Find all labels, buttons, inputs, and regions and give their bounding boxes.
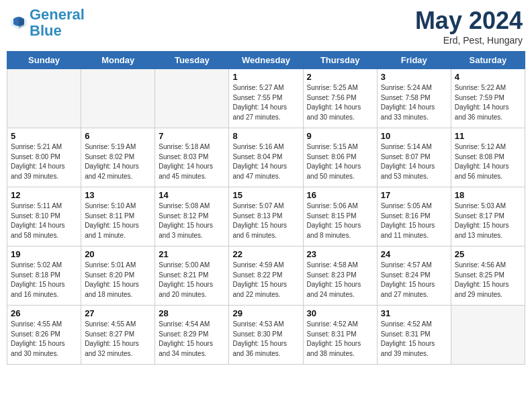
calendar-cell [7,69,81,128]
day-number: 20 [85,249,151,259]
cell-info: Sunrise: 5:18 AM Sunset: 8:03 PM Dayligh… [159,142,225,181]
calendar-table: SundayMondayTuesdayWednesdayThursdayFrid… [7,51,525,365]
calendar-cell: 30Sunrise: 4:52 AM Sunset: 8:31 PM Dayli… [303,306,377,365]
day-number: 22 [232,249,299,259]
day-number: 5 [11,131,77,141]
week-row-4: 19Sunrise: 5:02 AM Sunset: 8:18 PM Dayli… [7,246,525,306]
calendar-cell: 15Sunrise: 5:07 AM Sunset: 8:13 PM Dayli… [229,187,303,246]
logo-text: General Blue [30,7,85,39]
logo-line1: General [30,6,85,23]
day-number: 12 [11,190,77,200]
calendar-cell: 5Sunrise: 5:21 AM Sunset: 8:00 PM Daylig… [7,128,81,187]
calendar-cell: 12Sunrise: 5:11 AM Sunset: 8:10 PM Dayli… [7,187,81,246]
calendar-cell [155,69,229,128]
logo: General Blue [9,7,85,39]
cell-info: Sunrise: 4:59 AM Sunset: 8:22 PM Dayligh… [232,261,299,300]
cell-info: Sunrise: 5:10 AM Sunset: 8:11 PM Dayligh… [85,201,151,240]
cell-info: Sunrise: 5:02 AM Sunset: 8:18 PM Dayligh… [11,261,77,300]
cell-info: Sunrise: 5:15 AM Sunset: 8:06 PM Dayligh… [307,142,373,181]
calendar-cell: 11Sunrise: 5:12 AM Sunset: 8:08 PM Dayli… [451,128,525,187]
cell-info: Sunrise: 4:56 AM Sunset: 8:25 PM Dayligh… [455,261,521,300]
weekday-header-saturday: Saturday [451,52,525,69]
weekday-header-sunday: Sunday [7,52,81,69]
title-area: May 2024 Erd, Pest, Hungary [415,7,523,46]
calendar-cell: 9Sunrise: 5:15 AM Sunset: 8:06 PM Daylig… [303,128,377,187]
day-number: 25 [455,249,521,259]
day-number: 29 [232,308,299,318]
calendar-cell: 3Sunrise: 5:24 AM Sunset: 7:58 PM Daylig… [377,69,451,128]
calendar-cell: 6Sunrise: 5:19 AM Sunset: 8:02 PM Daylig… [81,128,155,187]
calendar-cell: 13Sunrise: 5:10 AM Sunset: 8:11 PM Dayli… [81,187,155,246]
cell-info: Sunrise: 5:00 AM Sunset: 8:21 PM Dayligh… [159,261,225,300]
header: General Blue May 2024 Erd, Pest, Hungary [7,7,525,46]
day-number: 14 [159,190,225,200]
month-title: May 2024 [415,7,523,35]
cell-info: Sunrise: 5:05 AM Sunset: 8:16 PM Dayligh… [381,201,447,240]
calendar-cell: 8Sunrise: 5:16 AM Sunset: 8:04 PM Daylig… [229,128,303,187]
calendar-cell: 26Sunrise: 4:55 AM Sunset: 8:26 PM Dayli… [7,306,81,365]
day-number: 2 [307,72,373,82]
calendar-cell: 22Sunrise: 4:59 AM Sunset: 8:22 PM Dayli… [229,246,303,306]
day-number: 19 [11,249,77,259]
day-number: 13 [85,190,151,200]
day-number: 10 [381,131,447,141]
cell-info: Sunrise: 4:52 AM Sunset: 8:31 PM Dayligh… [307,320,373,359]
cell-info: Sunrise: 5:03 AM Sunset: 8:17 PM Dayligh… [455,201,521,240]
day-number: 8 [232,131,299,141]
cell-info: Sunrise: 4:54 AM Sunset: 8:29 PM Dayligh… [159,320,225,359]
day-number: 26 [11,308,77,318]
calendar-cell: 19Sunrise: 5:02 AM Sunset: 8:18 PM Dayli… [7,246,81,306]
week-row-1: 1Sunrise: 5:27 AM Sunset: 7:55 PM Daylig… [7,69,525,128]
day-number: 31 [381,308,447,318]
day-number: 1 [232,72,299,82]
cell-info: Sunrise: 5:19 AM Sunset: 8:02 PM Dayligh… [85,142,151,181]
calendar-cell: 31Sunrise: 4:52 AM Sunset: 8:31 PM Dayli… [377,306,451,365]
calendar-cell: 4Sunrise: 5:22 AM Sunset: 7:59 PM Daylig… [451,69,525,128]
calendar-cell: 1Sunrise: 5:27 AM Sunset: 7:55 PM Daylig… [229,69,303,128]
day-number: 24 [381,249,447,259]
day-number: 18 [455,190,521,200]
cell-info: Sunrise: 4:58 AM Sunset: 8:23 PM Dayligh… [307,261,373,300]
day-number: 21 [159,249,225,259]
logo-line2: Blue [30,22,62,39]
calendar-cell [451,306,525,365]
weekday-header-wednesday: Wednesday [229,52,303,69]
day-number: 9 [307,131,373,141]
cell-info: Sunrise: 4:53 AM Sunset: 8:30 PM Dayligh… [232,320,299,359]
cell-info: Sunrise: 5:08 AM Sunset: 8:12 PM Dayligh… [159,201,225,240]
cell-info: Sunrise: 4:52 AM Sunset: 8:31 PM Dayligh… [381,320,447,359]
day-number: 4 [455,72,521,82]
day-number: 6 [85,131,151,141]
cell-info: Sunrise: 5:14 AM Sunset: 8:07 PM Dayligh… [381,142,447,181]
weekday-header-tuesday: Tuesday [155,52,229,69]
day-number: 11 [455,131,521,141]
calendar-cell: 10Sunrise: 5:14 AM Sunset: 8:07 PM Dayli… [377,128,451,187]
weekday-header-friday: Friday [377,52,451,69]
calendar-cell: 23Sunrise: 4:58 AM Sunset: 8:23 PM Dayli… [303,246,377,306]
calendar-cell: 24Sunrise: 4:57 AM Sunset: 8:24 PM Dayli… [377,246,451,306]
calendar-cell: 27Sunrise: 4:55 AM Sunset: 8:27 PM Dayli… [81,306,155,365]
cell-info: Sunrise: 4:57 AM Sunset: 8:24 PM Dayligh… [381,261,447,300]
cell-info: Sunrise: 4:55 AM Sunset: 8:26 PM Dayligh… [11,320,77,359]
location-subtitle: Erd, Pest, Hungary [415,35,523,46]
calendar-cell: 25Sunrise: 4:56 AM Sunset: 8:25 PM Dayli… [451,246,525,306]
cell-info: Sunrise: 5:07 AM Sunset: 8:13 PM Dayligh… [232,201,299,240]
calendar-cell: 28Sunrise: 4:54 AM Sunset: 8:29 PM Dayli… [155,306,229,365]
day-number: 3 [381,72,447,82]
weekday-header-row: SundayMondayTuesdayWednesdayThursdayFrid… [7,52,525,69]
calendar-cell: 14Sunrise: 5:08 AM Sunset: 8:12 PM Dayli… [155,187,229,246]
cell-info: Sunrise: 5:21 AM Sunset: 8:00 PM Dayligh… [11,142,77,181]
day-number: 16 [307,190,373,200]
day-number: 17 [381,190,447,200]
cell-info: Sunrise: 5:25 AM Sunset: 7:56 PM Dayligh… [307,83,373,122]
logo-icon [9,13,28,32]
cell-info: Sunrise: 4:55 AM Sunset: 8:27 PM Dayligh… [85,320,151,359]
week-row-5: 26Sunrise: 4:55 AM Sunset: 8:26 PM Dayli… [7,306,525,365]
day-number: 30 [307,308,373,318]
cell-info: Sunrise: 5:24 AM Sunset: 7:58 PM Dayligh… [381,83,447,122]
day-number: 27 [85,308,151,318]
cell-info: Sunrise: 5:01 AM Sunset: 8:20 PM Dayligh… [85,261,151,300]
calendar-cell: 21Sunrise: 5:00 AM Sunset: 8:21 PM Dayli… [155,246,229,306]
calendar-cell: 20Sunrise: 5:01 AM Sunset: 8:20 PM Dayli… [81,246,155,306]
day-number: 7 [159,131,225,141]
